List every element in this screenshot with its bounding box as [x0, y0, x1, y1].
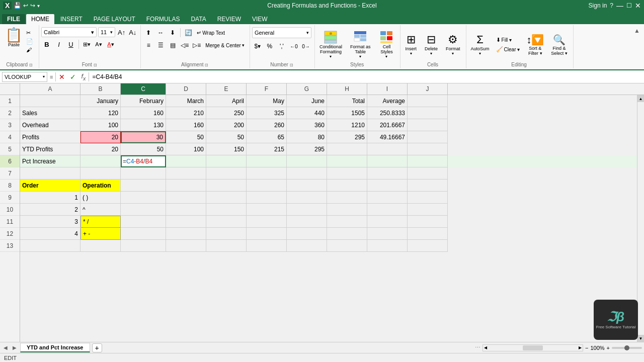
align-top-btn[interactable]: ⬆	[143, 27, 154, 38]
row-num-3[interactable]: 3	[0, 119, 20, 131]
cell-h4[interactable]: 295	[327, 131, 367, 143]
cell-g2[interactable]: 440	[287, 107, 327, 119]
cell-a6[interactable]: Pct Increase	[20, 155, 80, 167]
cell-b1[interactable]: January	[80, 95, 121, 107]
cut-button[interactable]: ✂	[25, 29, 36, 37]
delete-btn[interactable]: ⊟ Delete▾	[422, 30, 440, 59]
cell-d1[interactable]: March	[166, 95, 206, 107]
close-btn[interactable]: ✕	[635, 2, 641, 10]
cell-j9[interactable]	[408, 192, 448, 204]
borders-btn[interactable]: ⊞▾	[81, 39, 92, 50]
quick-access-more[interactable]: ▾	[37, 3, 40, 9]
cell-i9[interactable]	[367, 192, 408, 204]
merge-center-btn[interactable]: Merge & Center▾	[203, 42, 247, 49]
cell-e12[interactable]	[206, 228, 247, 240]
text-rotate-btn[interactable]: 🔄	[183, 27, 194, 38]
cell-a12[interactable]: 4	[20, 228, 80, 240]
currency-btn[interactable]: $▾	[252, 41, 263, 52]
cell-d6[interactable]	[166, 155, 206, 167]
increase-indent-btn[interactable]: ▷≡	[191, 40, 202, 51]
insert-btn[interactable]: ⊞ Insert▾	[403, 30, 419, 59]
comma-btn[interactable]: ','	[276, 41, 287, 52]
cell-e1[interactable]: April	[206, 95, 247, 107]
cell-j13[interactable]	[408, 240, 448, 252]
cell-b10[interactable]: ^	[80, 204, 121, 216]
percent-btn[interactable]: %	[264, 41, 275, 52]
font-size-dropdown[interactable]: 11▾	[98, 27, 115, 37]
cell-g1[interactable]: June	[287, 95, 327, 107]
cell-f3[interactable]: 260	[247, 119, 287, 131]
cell-g9[interactable]	[287, 192, 327, 204]
help-btn[interactable]: ?	[610, 2, 613, 9]
scroll-right-btn[interactable]: ▶	[11, 345, 18, 350]
cell-b13[interactable]	[80, 240, 121, 252]
fill-btn[interactable]: ⬇Fill ▾	[494, 36, 522, 44]
row-num-10[interactable]: 10	[0, 204, 20, 216]
quick-save[interactable]: 💾	[14, 2, 21, 9]
cell-a2[interactable]: Sales	[20, 107, 80, 119]
cell-h13[interactable]	[327, 240, 367, 252]
autosum-btn[interactable]: Σ AutoSum▾	[468, 30, 492, 59]
cell-d10[interactable]	[166, 204, 206, 216]
cancel-formula-btn[interactable]: ✕	[57, 73, 67, 81]
cell-j1[interactable]	[408, 95, 448, 107]
col-header-j[interactable]: J	[408, 83, 448, 95]
cell-f4[interactable]: 65	[247, 131, 287, 143]
clear-btn[interactable]: 🧹Clear ▾	[494, 45, 522, 54]
tab-file[interactable]: FILE	[2, 14, 25, 24]
cell-f1[interactable]: May	[247, 95, 287, 107]
name-box[interactable]: VLOOKUP▾	[2, 72, 47, 82]
cell-a10[interactable]: 2	[20, 204, 80, 216]
cell-b7[interactable]	[80, 167, 121, 179]
cell-c6[interactable]: =C4-B4/B4	[121, 155, 166, 167]
col-header-a[interactable]: A	[20, 83, 80, 95]
cell-c13[interactable]	[121, 240, 166, 252]
col-header-d[interactable]: D	[166, 83, 206, 95]
cell-c8[interactable]	[121, 179, 166, 192]
cell-g3[interactable]: 360	[287, 119, 327, 131]
cell-g13[interactable]	[287, 240, 327, 252]
sheet-tab-active[interactable]: YTD and Pct Increase	[20, 343, 90, 352]
maximize-btn[interactable]: ☐	[626, 2, 632, 9]
align-right-btn[interactable]: ▤	[167, 40, 178, 51]
bold-btn[interactable]: B	[41, 39, 52, 50]
col-header-c[interactable]: C	[121, 83, 166, 95]
cell-a7[interactable]	[20, 167, 80, 179]
horizontal-scroll-area[interactable]: ◀ ▶	[482, 344, 583, 351]
cell-j10[interactable]	[408, 204, 448, 216]
cell-f8[interactable]	[247, 179, 287, 192]
cell-g11[interactable]	[287, 216, 327, 228]
cell-f10[interactable]	[247, 204, 287, 216]
row-num-12[interactable]: 12	[0, 228, 20, 240]
cell-h3[interactable]: 1210	[327, 119, 367, 131]
cell-c7[interactable]	[121, 167, 166, 179]
cell-d3[interactable]: 160	[166, 119, 206, 131]
cell-b11[interactable]: * /	[80, 216, 121, 228]
fill-color-btn[interactable]: A▾	[93, 39, 104, 50]
cell-j5[interactable]	[408, 143, 448, 155]
copy-button[interactable]: 📄	[25, 38, 36, 45]
cell-b5[interactable]: 20	[80, 143, 121, 155]
cell-d13[interactable]	[166, 240, 206, 252]
cell-h2[interactable]: 1505	[327, 107, 367, 119]
scroll-left-btn[interactable]: ◀	[2, 345, 9, 350]
cell-g10[interactable]	[287, 204, 327, 216]
cell-d4[interactable]: 50	[166, 131, 206, 143]
cell-d2[interactable]: 210	[166, 107, 206, 119]
cell-h9[interactable]	[327, 192, 367, 204]
cell-h7[interactable]	[327, 167, 367, 179]
cell-f11[interactable]	[247, 216, 287, 228]
cell-e4[interactable]: 50	[206, 131, 247, 143]
cell-g8[interactable]	[287, 179, 327, 192]
align-bottom-btn[interactable]: ⬇	[167, 27, 178, 38]
decrease-indent-btn[interactable]: ◁≡	[179, 40, 190, 51]
col-header-g[interactable]: G	[287, 83, 327, 95]
sort-filter-btn[interactable]: ↕🔽 Sort & Filter ▾	[524, 30, 546, 59]
cell-a5[interactable]: YTD Profits	[20, 143, 80, 155]
cell-e8[interactable]	[206, 179, 247, 192]
cell-i11[interactable]	[367, 216, 408, 228]
cell-c10[interactable]	[121, 204, 166, 216]
col-header-h[interactable]: H	[327, 83, 367, 95]
cell-styles-btn[interactable]: CellStyles▾	[376, 30, 397, 59]
cell-e7[interactable]	[206, 167, 247, 179]
